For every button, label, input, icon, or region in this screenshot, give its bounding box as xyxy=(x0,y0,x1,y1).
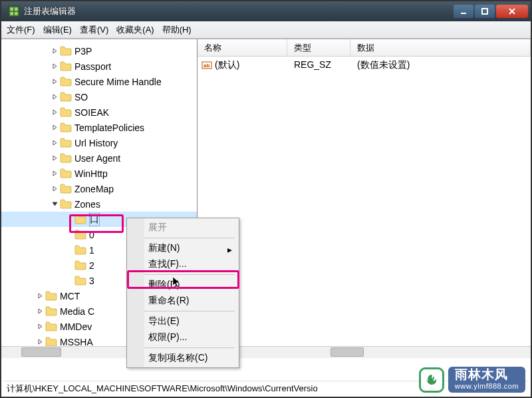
close-button[interactable] xyxy=(496,5,528,18)
status-path: 计算机\HKEY_LOCAL_MACHINE\SOFTWARE\Microsof… xyxy=(7,383,318,395)
tree-label: Secure Mime Handle xyxy=(74,77,162,87)
expand-icon[interactable] xyxy=(36,323,44,331)
svg-rect-1 xyxy=(10,7,13,11)
tree-label: ZoneMap xyxy=(74,184,114,194)
ctx-export[interactable]: 导出(E) xyxy=(128,313,237,329)
list-header: 名称 类型 数据 xyxy=(198,39,531,57)
watermark-name: 雨林木风 xyxy=(455,368,519,382)
tree-item[interactable]: Passport xyxy=(1,59,197,74)
watermark-url: www.ylmf888.com xyxy=(455,382,519,390)
watermark: 雨林木风 www.ylmf888.com xyxy=(419,367,525,393)
tree-label: MCT xyxy=(60,291,80,301)
tree-label: Media C xyxy=(60,306,94,317)
ctx-permissions[interactable]: 权限(P)... xyxy=(128,329,237,345)
list-scrollbar[interactable] xyxy=(198,346,531,358)
expand-icon[interactable] xyxy=(65,216,73,224)
value-data: (数值未设置) xyxy=(350,59,531,71)
svg-text:ab: ab xyxy=(203,63,209,69)
menu-file[interactable]: 文件(F) xyxy=(7,24,35,36)
tree-label: WinHttp xyxy=(74,168,108,179)
string-value-icon: ab xyxy=(201,60,212,71)
col-name[interactable]: 名称 xyxy=(198,39,287,56)
window-controls xyxy=(454,5,528,18)
context-menu: 展开 新建(N) ▸ 查找(F)... 删除(D) 重命名(R) 导出(E) 权… xyxy=(126,218,239,368)
menu-help[interactable]: 帮助(H) xyxy=(162,24,192,36)
expand-icon[interactable] xyxy=(65,262,73,270)
content: P3PPassportSecure Mime HandleSOSOIEAKTem… xyxy=(1,39,531,358)
watermark-logo-icon xyxy=(419,367,444,393)
window-title: 注册表编辑器 xyxy=(24,5,454,17)
svg-rect-3 xyxy=(10,12,13,15)
ctx-copyname[interactable]: 复制项名称(C) xyxy=(128,350,237,366)
list-pane: 名称 类型 数据 ab (默认) REG_SZ (数值未设置) xyxy=(198,39,531,358)
expand-icon[interactable] xyxy=(51,139,59,147)
expand-icon[interactable] xyxy=(36,338,44,346)
tree-label: Url History xyxy=(74,138,118,148)
expand-icon[interactable] xyxy=(51,200,59,208)
expand-icon[interactable] xyxy=(51,185,59,193)
expand-icon[interactable] xyxy=(51,47,59,55)
tree-item[interactable]: P3P xyxy=(1,43,197,59)
svg-rect-6 xyxy=(482,9,487,14)
expand-icon[interactable] xyxy=(65,231,73,239)
expand-icon[interactable] xyxy=(51,63,59,71)
tree-label: 3 xyxy=(89,276,94,286)
value-name: (默认) xyxy=(215,59,239,71)
ctx-rename[interactable]: 重命名(R) xyxy=(128,293,237,309)
tree-item[interactable]: SOIEAK xyxy=(1,104,197,120)
tree-label: Zones xyxy=(74,199,100,210)
tree-item[interactable]: SO xyxy=(1,89,197,104)
tree-item[interactable]: Secure Mime Handle xyxy=(1,74,197,89)
expand-icon[interactable] xyxy=(51,93,59,101)
tree-item[interactable]: WinHttp xyxy=(1,166,197,181)
titlebar: 注册表编辑器 xyxy=(1,1,531,21)
app-icon xyxy=(8,5,20,17)
svg-rect-2 xyxy=(15,7,18,11)
expand-icon[interactable] xyxy=(36,307,44,315)
tree-item[interactable]: User Agent xyxy=(1,150,197,166)
tree-label: 1 xyxy=(89,245,94,256)
tree-label: User Agent xyxy=(74,153,120,164)
tree-label: SO xyxy=(74,92,88,102)
tree-label: 口 xyxy=(89,213,100,226)
tree-item[interactable]: Zones xyxy=(1,196,197,212)
tree-label: 2 xyxy=(89,260,94,271)
tree-label: 0 xyxy=(89,230,94,240)
expand-icon[interactable] xyxy=(36,292,44,300)
maximize-button[interactable] xyxy=(475,5,495,18)
expand-icon[interactable] xyxy=(51,170,59,178)
svg-rect-4 xyxy=(15,12,18,15)
menu-favorites[interactable]: 收藏夹(A) xyxy=(116,24,154,36)
tree-label: SOIEAK xyxy=(74,107,109,118)
tree-item[interactable]: ZoneMap xyxy=(1,181,197,196)
expand-icon[interactable] xyxy=(51,78,59,86)
list-row[interactable]: ab (默认) REG_SZ (数值未设置) xyxy=(198,57,531,74)
ctx-new[interactable]: 新建(N) ▸ xyxy=(128,240,237,256)
col-type[interactable]: 类型 xyxy=(287,39,350,56)
tree-item[interactable]: Url History xyxy=(1,135,197,150)
tree-label: P3P xyxy=(74,46,92,57)
ctx-find[interactable]: 查找(F)... xyxy=(128,256,237,272)
tree-label: TemplatePolicies xyxy=(74,122,144,133)
expand-icon[interactable] xyxy=(51,154,59,162)
expand-icon[interactable] xyxy=(51,108,59,116)
tree-label: Passport xyxy=(74,61,111,72)
tree-item[interactable]: TemplatePolicies xyxy=(1,120,197,135)
ctx-delete[interactable]: 删除(D) xyxy=(128,277,237,293)
col-data[interactable]: 数据 xyxy=(350,39,531,56)
menubar: 文件(F) 编辑(E) 查看(V) 收藏夹(A) 帮助(H) xyxy=(1,21,531,39)
submenu-arrow-icon: ▸ xyxy=(227,244,232,255)
expand-icon[interactable] xyxy=(51,124,59,132)
menu-edit[interactable]: 编辑(E) xyxy=(43,24,72,36)
ctx-expand: 展开 xyxy=(128,220,237,236)
minimize-button[interactable] xyxy=(454,5,473,18)
menu-view[interactable]: 查看(V) xyxy=(80,24,108,36)
value-type: REG_SZ xyxy=(287,59,350,71)
tree-label: MMDev xyxy=(60,321,92,332)
expand-icon[interactable] xyxy=(65,277,73,285)
expand-icon[interactable] xyxy=(65,246,73,254)
